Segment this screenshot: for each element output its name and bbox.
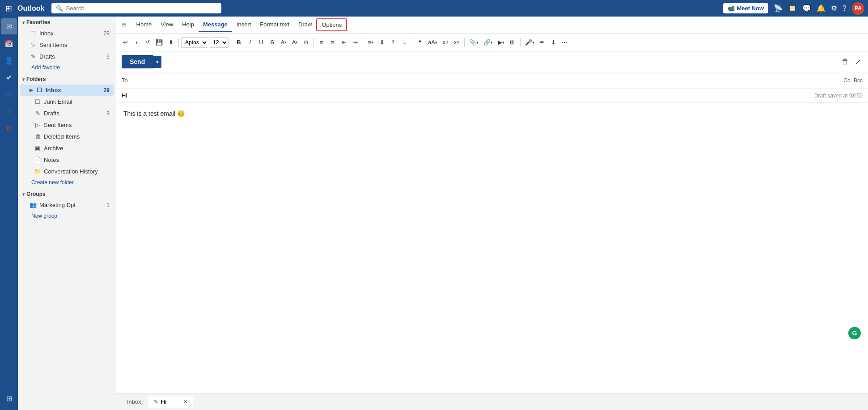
- menu-view[interactable]: View: [156, 17, 178, 32]
- meet-now-icon: 📹: [728, 5, 735, 12]
- menu-options[interactable]: Options: [316, 18, 347, 31]
- to-input[interactable]: [140, 77, 843, 84]
- strikethrough-btn[interactable]: S: [267, 36, 278, 49]
- increase-indent-btn[interactable]: ⇥: [350, 36, 360, 49]
- menu-format-text[interactable]: Format text: [255, 17, 294, 32]
- subject-input[interactable]: [122, 92, 814, 99]
- inbox-bottom-tab[interactable]: Inbox: [120, 396, 148, 408]
- title-bar-right: 📹 Meet Now 📡 🔲 💬 🔔 ⚙ ? PA: [723, 2, 864, 15]
- undo-btn[interactable]: ↩: [120, 36, 131, 49]
- settings-icon[interactable]: ⚙: [831, 4, 837, 13]
- folders-header[interactable]: ▾ Folders: [18, 73, 116, 84]
- help-icon[interactable]: ?: [843, 4, 847, 13]
- cc-btn[interactable]: Cc: [843, 77, 850, 84]
- notes-icon: 📄: [34, 156, 41, 163]
- meet-now-button[interactable]: 📹 Meet Now: [723, 3, 768, 13]
- send-button[interactable]: Send: [122, 55, 153, 68]
- bold-btn[interactable]: B: [233, 36, 244, 49]
- folder-conv-history-item[interactable]: 📁 Conversation History: [20, 166, 114, 177]
- fav-inbox-item[interactable]: ☐ Inbox 29: [20, 28, 114, 39]
- menu-message[interactable]: Message: [199, 17, 232, 32]
- bcc-btn[interactable]: Bcc: [854, 77, 863, 84]
- add-favorite-link[interactable]: Add favorite: [18, 63, 116, 72]
- compose-body[interactable]: This is a test email 😊 G: [116, 103, 868, 393]
- pop-out-btn[interactable]: ⤢: [853, 56, 863, 68]
- subscript-btn[interactable]: x2: [440, 36, 451, 49]
- feedback-icon[interactable]: 💬: [802, 4, 811, 13]
- folders-section: ▾ Folders ▶ ☐ Inbox 29 ☐ Junk Email ✎ Dr…: [18, 73, 116, 187]
- hi-tab[interactable]: ✎ Hi ✕: [148, 396, 193, 408]
- send-dropdown-btn[interactable]: ▾: [153, 56, 161, 68]
- folder-junk-item[interactable]: ☐ Junk Email: [20, 96, 114, 107]
- broadcast-icon[interactable]: 📡: [774, 4, 783, 13]
- folder-drafts-item[interactable]: ✎ Drafts 9: [20, 108, 114, 119]
- highlight-btn[interactable]: A▾: [278, 36, 289, 49]
- italic-btn[interactable]: I: [245, 36, 255, 49]
- menu-home[interactable]: Home: [132, 17, 157, 32]
- menu-help[interactable]: Help: [178, 17, 199, 32]
- aa-btn[interactable]: aA▾: [426, 36, 440, 49]
- nav-contacts[interactable]: 👤: [1, 52, 17, 68]
- nav-apps[interactable]: ⊞: [1, 390, 17, 406]
- menu-draw[interactable]: Draw: [294, 17, 316, 32]
- font-color-btn[interactable]: A▾: [289, 36, 300, 49]
- tab-close-btn[interactable]: ✕: [183, 399, 187, 405]
- discard-btn[interactable]: 🗑: [840, 56, 851, 68]
- redo-btn[interactable]: ↺: [142, 36, 153, 49]
- quote-btn[interactable]: ❝: [415, 36, 425, 49]
- nav-tasks[interactable]: ✔: [1, 69, 17, 85]
- grammarly-icon[interactable]: G: [848, 327, 861, 339]
- save-btn[interactable]: 💾: [153, 36, 165, 49]
- create-new-folder-link[interactable]: Create new folder: [18, 178, 116, 187]
- clear-format-btn[interactable]: ⊘: [301, 36, 311, 49]
- fav-drafts-item[interactable]: ✎ Drafts 9: [20, 51, 114, 62]
- dictate-btn[interactable]: 🎤▾: [523, 36, 537, 49]
- sep7: [520, 38, 521, 47]
- nav-calendar[interactable]: 📅: [1, 35, 17, 51]
- nav-excel[interactable]: X: [1, 103, 17, 119]
- folder-deleted-item[interactable]: 🗑 Deleted Items: [20, 131, 114, 142]
- groups-header[interactable]: ▾ Groups: [18, 188, 116, 199]
- decrease-indent-btn[interactable]: ⇤: [339, 36, 349, 49]
- groups-section: ▾ Groups 👥 Marketing Dpt 1 New group: [18, 188, 116, 221]
- folder-notes-item[interactable]: 📄 Notes: [20, 154, 114, 165]
- color-btn[interactable]: ▶▾: [495, 36, 507, 49]
- align-btn[interactable]: ≡▾: [365, 36, 376, 49]
- hamburger-menu[interactable]: ≡: [120, 18, 128, 31]
- decrease-font-btn[interactable]: ⇓: [399, 36, 410, 49]
- favorites-header[interactable]: ▾ Favorites: [18, 17, 116, 27]
- font-family-select[interactable]: Aptos: [181, 37, 208, 48]
- archive-icon: ▣: [34, 145, 41, 152]
- avatar[interactable]: PA: [852, 2, 864, 15]
- numbered-list-btn[interactable]: ≡: [327, 36, 338, 49]
- ltr-rtl-btn[interactable]: ⇕: [377, 36, 387, 49]
- search-input[interactable]: [66, 5, 217, 12]
- signature-btn[interactable]: ✒: [537, 36, 548, 49]
- table-btn[interactable]: ⊞: [507, 36, 518, 49]
- menu-insert[interactable]: Insert: [232, 17, 256, 32]
- bullet-list-btn[interactable]: ≡: [316, 36, 327, 49]
- app-grid-icon[interactable]: ⊞: [4, 2, 14, 15]
- increase-font-btn[interactable]: ⇑: [388, 36, 398, 49]
- attach-btn[interactable]: ⬆: [165, 36, 176, 49]
- bell-icon[interactable]: 🔔: [817, 4, 826, 13]
- nav-mail[interactable]: ✉: [1, 18, 17, 34]
- new-group-link[interactable]: New group: [18, 211, 116, 221]
- undo-dropdown[interactable]: ▾: [131, 36, 142, 49]
- outlook-icon[interactable]: 🔲: [788, 4, 797, 13]
- nav-word[interactable]: W: [1, 86, 17, 102]
- attach-file-btn[interactable]: 📎▾: [467, 36, 481, 49]
- folder-sent-item[interactable]: ▷ Sent Items: [20, 119, 114, 131]
- download-btn[interactable]: ⬇: [548, 36, 559, 49]
- nav-powerpoint[interactable]: P: [1, 120, 17, 136]
- link-btn[interactable]: 🔗▾: [481, 36, 495, 49]
- fav-sent-item[interactable]: ▷ Sent Items: [20, 39, 114, 51]
- superscript-btn[interactable]: x2: [451, 36, 462, 49]
- font-size-select[interactable]: 12: [209, 37, 229, 48]
- deleted-icon: 🗑: [34, 133, 41, 140]
- folder-inbox-item[interactable]: ▶ ☐ Inbox 29: [20, 85, 114, 96]
- underline-btn[interactable]: U: [256, 36, 267, 49]
- folder-archive-item[interactable]: ▣ Archive: [20, 143, 114, 154]
- group-marketing-item[interactable]: 👥 Marketing Dpt 1: [20, 199, 114, 211]
- more-btn[interactable]: ⋯: [559, 36, 570, 49]
